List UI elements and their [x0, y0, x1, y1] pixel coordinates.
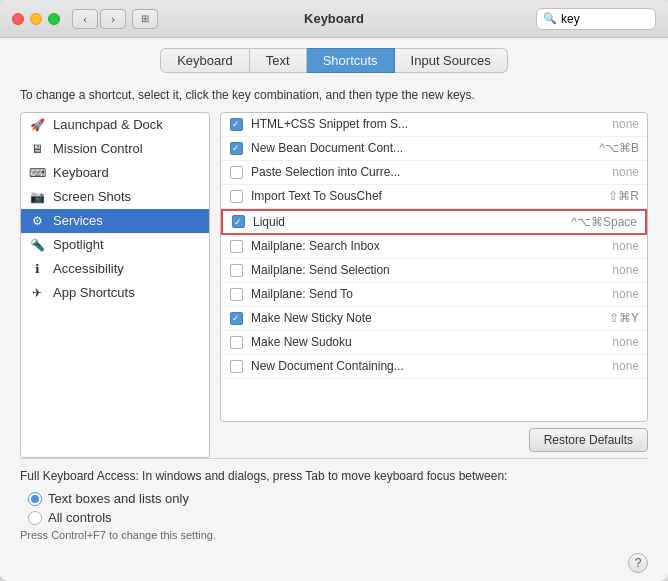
shortcut-name: New Document Containing... [251, 359, 604, 373]
bottom-section: Full Keyboard Access: In windows and dia… [0, 459, 668, 549]
shortcut-keys: none [612, 239, 639, 253]
table-row: Mailplane: Search Inbox none [221, 235, 647, 259]
forward-button[interactable]: › [100, 9, 126, 29]
shortcut-keys: none [612, 165, 639, 179]
sidebar-item-label: Launchpad & Dock [53, 117, 163, 132]
search-input[interactable] [561, 12, 641, 26]
accessibility-icon: ℹ [29, 261, 45, 277]
checkbox-8[interactable] [229, 287, 243, 301]
radio-item-text-boxes[interactable]: Text boxes and lists only [28, 491, 648, 506]
table-row-highlighted: ✓ Liquid ^⌥⌘Space [221, 209, 647, 235]
table-row: Mailplane: Send To none [221, 283, 647, 307]
search-icon: 🔍 [543, 12, 557, 25]
shortcut-name: Make New Sticky Note [251, 311, 601, 325]
tab-keyboard[interactable]: Keyboard [160, 48, 250, 73]
sidebar-item-label: Screen Shots [53, 189, 131, 204]
tab-input-sources[interactable]: Input Sources [395, 48, 508, 73]
radio-item-all-controls[interactable]: All controls [28, 510, 648, 525]
help-button[interactable]: ? [628, 553, 648, 573]
sidebar-item-app-shortcuts[interactable]: ✈ App Shortcuts [21, 281, 209, 305]
keyboard-icon: ⌨ [29, 165, 45, 181]
shortcut-keys: ^⌥⌘Space [571, 215, 637, 229]
close-button[interactable] [12, 13, 24, 25]
table-row: Import Text To SousChef ⇧⌘R [221, 185, 647, 209]
shortcut-panel: ✓ HTML+CSS Snippet from S... none ✓ New … [220, 112, 648, 458]
radio-label-all-controls: All controls [48, 510, 112, 525]
shortcut-name: Liquid [253, 215, 563, 229]
titlebar: ‹ › ⊞ Keyboard 🔍 [0, 0, 668, 38]
shortcut-keys: none [612, 117, 639, 131]
table-row: Paste Selection into Curre... none [221, 161, 647, 185]
radio-button-all-controls[interactable] [28, 511, 42, 525]
sidebar-item-launchpad[interactable]: 🚀 Launchpad & Dock [21, 113, 209, 137]
checkbox-4[interactable] [229, 189, 243, 203]
tab-shortcuts[interactable]: Shortcuts [307, 48, 395, 73]
grid-button[interactable]: ⊞ [132, 9, 158, 29]
checkbox-1[interactable]: ✓ [229, 117, 243, 131]
table-row: ✓ Make New Sticky Note ⇧⌘Y [221, 307, 647, 331]
sidebar-item-screen-shots[interactable]: 📷 Screen Shots [21, 185, 209, 209]
shortcut-name: Import Text To SousChef [251, 189, 600, 203]
table-row: Mailplane: Send Selection none [221, 259, 647, 283]
shortcut-name: Mailplane: Send To [251, 287, 604, 301]
shortcut-name: HTML+CSS Snippet from S... [251, 117, 604, 131]
launchpad-icon: 🚀 [29, 117, 45, 133]
restore-defaults-button[interactable]: Restore Defaults [529, 428, 648, 452]
shortcut-keys: ⇧⌘R [608, 189, 639, 203]
spotlight-icon: 🔦 [29, 237, 45, 253]
sidebar-item-keyboard[interactable]: ⌨ Keyboard [21, 161, 209, 185]
sidebar: 🚀 Launchpad & Dock 🖥 Mission Control ⌨ K… [20, 112, 210, 458]
checkbox-10[interactable] [229, 335, 243, 349]
maximize-button[interactable] [48, 13, 60, 25]
radio-label-text-boxes: Text boxes and lists only [48, 491, 189, 506]
window-title: Keyboard [304, 11, 364, 26]
checkbox-3[interactable] [229, 165, 243, 179]
checkbox-9[interactable]: ✓ [229, 311, 243, 325]
tabbar: Keyboard Text Shortcuts Input Sources [0, 38, 668, 81]
table-row: ✓ New Bean Document Cont... ^⌥⌘B [221, 137, 647, 161]
shortcut-keys: none [612, 335, 639, 349]
search-box: 🔍 [536, 8, 656, 30]
sidebar-item-label: App Shortcuts [53, 285, 135, 300]
description-text: To change a shortcut, select it, click t… [0, 81, 668, 112]
shortcut-keys: none [612, 263, 639, 277]
sidebar-item-label: Accessibility [53, 261, 124, 276]
mission-control-icon: 🖥 [29, 141, 45, 157]
keyboard-preferences-window: ‹ › ⊞ Keyboard 🔍 Keyboard Text Shortcuts… [0, 0, 668, 581]
shortcut-keys: none [612, 287, 639, 301]
minimize-button[interactable] [30, 13, 42, 25]
radio-button-text-boxes[interactable] [28, 492, 42, 506]
traffic-lights [12, 13, 60, 25]
shortcut-name: New Bean Document Cont... [251, 141, 591, 155]
checkbox-5[interactable]: ✓ [231, 215, 245, 229]
tab-text[interactable]: Text [250, 48, 307, 73]
screenshots-icon: 📷 [29, 189, 45, 205]
table-row: ✓ HTML+CSS Snippet from S... none [221, 113, 647, 137]
checkbox-6[interactable] [229, 239, 243, 253]
shortcut-name: Make New Sudoku [251, 335, 604, 349]
sidebar-item-label: Mission Control [53, 141, 143, 156]
restore-row: Restore Defaults [220, 422, 648, 458]
checkbox-11[interactable] [229, 359, 243, 373]
shortcut-keys: ⇧⌘Y [609, 311, 639, 325]
shortcut-name: Mailplane: Search Inbox [251, 239, 604, 253]
full-keyboard-access-label: Full Keyboard Access: In windows and dia… [20, 469, 648, 483]
checkbox-2[interactable]: ✓ [229, 141, 243, 155]
radio-inner [31, 495, 39, 503]
sidebar-item-mission-control[interactable]: 🖥 Mission Control [21, 137, 209, 161]
shortcut-list: ✓ HTML+CSS Snippet from S... none ✓ New … [220, 112, 648, 422]
sidebar-item-spotlight[interactable]: 🔦 Spotlight [21, 233, 209, 257]
checkbox-7[interactable] [229, 263, 243, 277]
main-content: 🚀 Launchpad & Dock 🖥 Mission Control ⌨ K… [0, 112, 668, 458]
sidebar-item-label: Spotlight [53, 237, 104, 252]
control-note: Press Control+F7 to change this setting. [20, 529, 648, 541]
back-button[interactable]: ‹ [72, 9, 98, 29]
shortcut-keys: none [612, 359, 639, 373]
shortcut-name: Mailplane: Send Selection [251, 263, 604, 277]
shortcut-keys: ^⌥⌘B [599, 141, 639, 155]
app-shortcuts-icon: ✈ [29, 285, 45, 301]
sidebar-item-services[interactable]: ⚙ Services [21, 209, 209, 233]
shortcut-name: Paste Selection into Curre... [251, 165, 604, 179]
table-row: Make New Sudoku none [221, 331, 647, 355]
sidebar-item-accessibility[interactable]: ℹ Accessibility [21, 257, 209, 281]
